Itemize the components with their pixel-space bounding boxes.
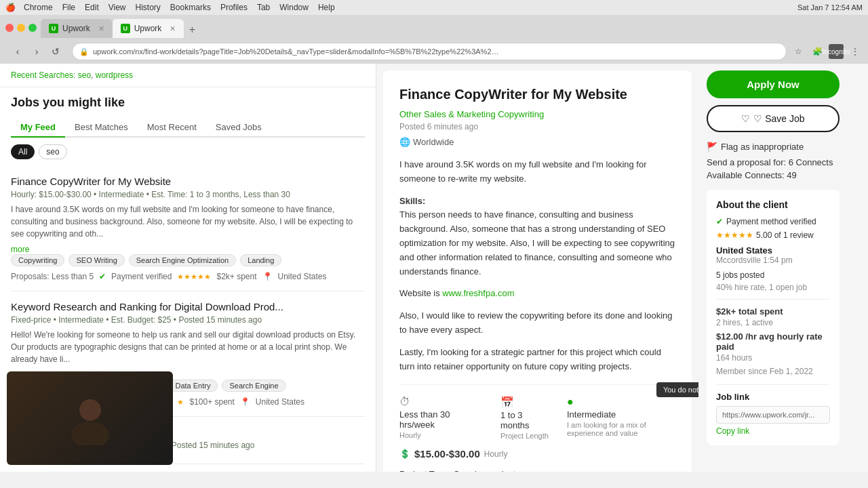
job-detail-card: Finance CopyWriter for My Website Other … <box>383 70 692 472</box>
job-card-1-verified-label: Payment verified <box>111 272 172 281</box>
job-link-section: Job link Copy link <box>716 392 830 436</box>
client-total-spent: $2k+ total spent <box>716 306 830 317</box>
stat-length-sub: Project Length <box>500 432 553 440</box>
payment-verified-row: ✔ Payment method verified <box>716 217 830 226</box>
job-detail-title: Finance CopyWriter for My Website <box>399 87 675 102</box>
left-panel: Recent Searches: seo, wordpress Jobs you… <box>0 64 376 472</box>
close-window-btn[interactable] <box>5 24 14 32</box>
tab2-favicon: U <box>121 24 130 33</box>
menu-history[interactable]: History <box>136 3 161 12</box>
minimize-window-btn[interactable] <box>17 24 25 32</box>
job-category-link[interactable]: Other Sales & Marketing Copywriting <box>399 109 675 119</box>
new-tab-button[interactable]: + <box>184 22 200 38</box>
client-jobs-posted: 5 jobs posted <box>716 270 830 280</box>
recent-search-seo[interactable]: seo <box>78 70 91 80</box>
page-body: Recent Searches: seo, wordpress Jobs you… <box>0 64 868 472</box>
filter-tabs: My Feed Best Matches Most Recent Saved J… <box>11 118 365 138</box>
menu-dots-icon[interactable]: ⋮ <box>848 44 863 59</box>
browser-tab-1[interactable]: U Upwork ✕ <box>41 19 113 38</box>
tooltip-qualification: You do not meet this qualification <box>656 382 698 397</box>
menu-bookmarks[interactable]: Bookmarks <box>170 3 211 12</box>
level-icon: ● <box>567 396 675 408</box>
tag-all[interactable]: All <box>11 144 35 159</box>
mac-menu-bar: 🍎 Chrome File Edit View History Bookmark… <box>0 0 868 15</box>
job-card-1-verified: ✔ <box>99 272 106 281</box>
browser-chrome: U Upwork ✕ U Upwork ✕ + ‹ › ↺ 🔒 upwork.c… <box>0 15 868 64</box>
job-card-1[interactable]: Finance CopyWriter for My Website Hourly… <box>11 166 365 291</box>
browser-action-buttons: ☆ 🧩 Incognito ⋮ <box>791 44 863 59</box>
address-text: upwork.com/nx/find-work/details?pageTitl… <box>93 47 500 56</box>
globe-icon: 🌐 <box>399 137 410 147</box>
tab-best-matches[interactable]: Best Matches <box>65 118 138 138</box>
reload-button[interactable]: ↺ <box>47 43 64 60</box>
menu-file[interactable]: File <box>62 3 75 12</box>
rate-icon: 💲 <box>399 449 410 459</box>
job-body-3: Lastly, I'm looking for a strategic part… <box>399 346 675 374</box>
browser-tab-2[interactable]: U Upwork ✕ <box>113 19 184 38</box>
project-type-label: Project Type: <box>399 469 451 472</box>
job-skills-block: Skills: This person needs to have financ… <box>399 195 675 279</box>
job-card-2-location: United States <box>256 397 304 407</box>
video-overlay <box>7 371 173 465</box>
client-card-title: About the client <box>716 199 830 210</box>
tab1-close[interactable]: ✕ <box>98 24 104 33</box>
tag-filters: All seo <box>11 144 365 159</box>
recent-search-wordpress[interactable]: wordpress <box>96 70 133 80</box>
client-hires: 2 hires, 1 active <box>716 318 830 327</box>
menu-tab[interactable]: Tab <box>257 3 270 12</box>
stat-hours-value: Less than 30 hrs/week <box>399 409 487 430</box>
tab2-close[interactable]: ✕ <box>170 24 176 33</box>
job-card-2-location-icon: 📍 <box>240 397 250 407</box>
skill-data-entry[interactable]: Data Entry <box>167 380 218 392</box>
menu-edit[interactable]: Edit <box>85 3 99 12</box>
posted-time: Posted 6 minutes ago <box>399 122 675 131</box>
forward-button[interactable]: › <box>28 43 45 60</box>
job-card-1-proposals: Proposals: Less than 5 <box>11 272 94 281</box>
job-stats-row: ⏱ Less than 30 hrs/week Hourly You do no… <box>399 384 675 440</box>
job-location: 🌐 Worldwide <box>399 137 675 147</box>
person-silhouette-icon <box>63 391 117 445</box>
traffic-lights <box>5 24 37 32</box>
back-button[interactable]: ‹ <box>9 43 26 60</box>
menu-window[interactable]: Window <box>279 3 309 12</box>
apply-now-button[interactable]: Apply Now <box>707 70 840 98</box>
client-city: Mccordsville 1:54 pm <box>716 256 830 265</box>
client-country: United States <box>716 245 830 256</box>
flag-inappropriate-row[interactable]: 🚩 Flag as inappropriate <box>707 142 840 152</box>
skill-copywriting[interactable]: Copywriting <box>11 254 64 266</box>
save-job-label: ♡ Save Job <box>753 113 804 124</box>
job-card-1-skills: Copywriting SEO Writing Search Engine Op… <box>11 254 365 266</box>
stat-level-value: Intermediate <box>567 409 675 420</box>
skill-search-engine[interactable]: Search Engine Optimization <box>129 254 236 266</box>
heart-icon: ♡ <box>741 113 750 124</box>
job-card-1-more[interactable]: more <box>11 245 29 254</box>
website-link[interactable]: www.freshfpa.com <box>442 288 514 298</box>
tag-seo[interactable]: seo <box>39 144 66 159</box>
client-hire-rate: 40% hire rate, 1 open job <box>716 283 830 292</box>
job-card-2-spent: $100+ spent <box>189 397 234 407</box>
bookmark-icon[interactable]: ☆ <box>791 44 806 59</box>
menu-chrome[interactable]: Chrome <box>24 3 53 12</box>
tab-my-feed[interactable]: My Feed <box>11 118 65 138</box>
payment-verified-label: Payment method verified <box>726 217 816 226</box>
maximize-window-btn[interactable] <box>28 24 37 32</box>
skill-landing[interactable]: Landing <box>240 254 281 266</box>
tab-most-recent[interactable]: Most Recent <box>138 118 206 138</box>
menu-help[interactable]: Help <box>318 3 335 12</box>
browser-nav: ‹ › ↺ <box>9 43 64 60</box>
copy-link-button[interactable]: Copy link <box>716 426 830 436</box>
menu-profiles[interactable]: Profiles <box>220 3 248 12</box>
job-rate-type: Hourly <box>484 449 508 459</box>
skill-seo-writing[interactable]: SEO Writing <box>68 254 124 266</box>
tab-saved-jobs[interactable]: Saved Jobs <box>206 118 271 138</box>
job-link-input[interactable] <box>716 406 830 424</box>
stat-level-sub: I am looking for a mix of experience and… <box>567 421 675 437</box>
clock-icon: ⏱ <box>399 396 487 408</box>
menu-view[interactable]: View <box>108 3 126 12</box>
save-job-button[interactable]: ♡ ♡ Save Job <box>707 105 840 132</box>
skill-search-engine2[interactable]: Search Engine <box>222 380 285 392</box>
job-rate-value: $15.00-$30.00 <box>414 448 480 460</box>
job-website-row: Website is www.freshfpa.com <box>399 287 675 301</box>
address-bar[interactable]: 🔒 upwork.com/nx/find-work/details?pageTi… <box>72 43 787 60</box>
project-type-value: Ongoing project <box>453 469 515 472</box>
